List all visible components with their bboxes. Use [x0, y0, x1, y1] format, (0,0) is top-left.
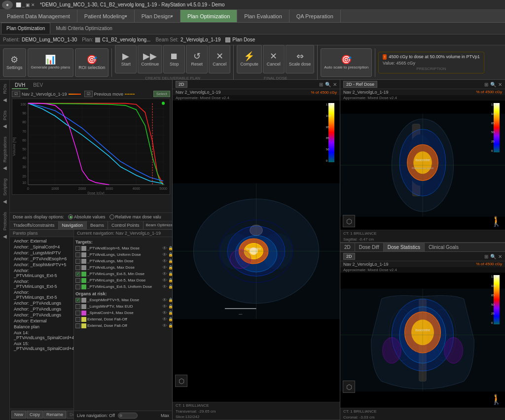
tab-control-points[interactable]: Control Points: [108, 221, 144, 229]
rb-icon-3[interactable]: ✕: [498, 254, 502, 259]
view-icon-1[interactable]: ⊞: [319, 82, 323, 87]
list-item[interactable]: Balance plan: [10, 324, 73, 330]
right-view-icon-3[interactable]: ✕: [498, 82, 502, 87]
tab-qa-preparation[interactable]: QA Preparation: [289, 10, 341, 22]
right-view-icon-2[interactable]: 🔍: [490, 82, 496, 87]
sec-tab-plan-optimization[interactable]: Plan Optimization: [1, 23, 50, 34]
tab-plan-optimization[interactable]: Plan Optimization: [180, 10, 237, 22]
live-nav-toggle[interactable]: [118, 413, 138, 419]
copy-button[interactable]: Copy: [27, 411, 43, 419]
view-icon-3[interactable]: ✕: [333, 82, 337, 87]
pois-sidebar-label[interactable]: POIs: [1, 108, 8, 122]
target-eye-1[interactable]: 👁: [162, 252, 167, 257]
list-item[interactable]: Anchor: _PTVMinLungs_Ext-5: [10, 279, 73, 289]
list-item[interactable]: Anchor: _LungsMinPTV: [10, 250, 73, 256]
dvh-tab-bev[interactable]: BEV: [30, 82, 46, 89]
cancel-button[interactable]: ✕ Cancel: [209, 45, 230, 73]
list-item[interactable]: Anchor: _PTVAndEsoph+6: [10, 256, 73, 262]
rb-icon-2[interactable]: 🔍: [490, 254, 496, 259]
tab-navigation[interactable]: Navigation: [59, 221, 87, 229]
window-controls[interactable]: ⬜_▣✕: [16, 2, 35, 7]
list-item[interactable]: Aux 14: _PTVAndLungs_SpinalCord+4: [10, 330, 73, 341]
list-item[interactable]: Anchor: _PTVAndLungs: [10, 306, 73, 312]
list-item[interactable]: Anchor: _PTVMinLungs_Ext-5: [10, 268, 73, 279]
generate-pareto-button[interactable]: 📊 Generate pareto plans: [28, 48, 74, 77]
list-item[interactable]: Anchor: _EsophMinPTV+5: [10, 262, 73, 268]
view-tab-dose-stats[interactable]: Dose Statistics: [384, 243, 425, 251]
oar-check-0[interactable]: ✓: [75, 298, 80, 303]
list-item[interactable]: Anchor: _PTVMinLungs_Ext-5: [10, 289, 73, 300]
relative-max-option[interactable]: Relative max dose valu: [109, 214, 161, 219]
view-tab-clinical-goals[interactable]: Clinical Goals: [425, 243, 463, 251]
oar-check-2[interactable]: [75, 311, 80, 315]
dvh-tab-dvh[interactable]: DVH: [12, 82, 28, 89]
absolute-radio[interactable]: [68, 214, 73, 219]
view-icon-2[interactable]: 🔍: [325, 82, 331, 87]
target-eye-4[interactable]: 👁: [162, 271, 167, 277]
target-eye-2[interactable]: 👁: [162, 258, 167, 264]
sidebar-arrow-registrations[interactable]: ◀: [3, 165, 7, 171]
oar-eye-3[interactable]: 👁: [162, 316, 167, 322]
tab-plan-evaluation[interactable]: Plan Evaluation: [237, 10, 289, 22]
oar-eye-0[interactable]: 👁: [162, 297, 167, 303]
sidebar-arrow-pois[interactable]: ◀: [3, 123, 7, 129]
list-item[interactable]: Aux 15: _PTVAndLungs_SpinalCord+4: [10, 341, 73, 351]
tab-beams[interactable]: Beams: [87, 221, 108, 229]
delete-button[interactable]: Delete: [67, 411, 74, 419]
stop-button[interactable]: ⏹ Stop: [163, 45, 185, 73]
select-button[interactable]: Select: [153, 91, 170, 97]
protocols-sidebar-label[interactable]: Protocols: [1, 210, 8, 233]
tab-patient-data[interactable]: Patient Data Management: [0, 10, 77, 22]
tab-tradeoffs[interactable]: Tradeoffs/constraints: [10, 221, 59, 229]
oar-check-4[interactable]: [75, 323, 80, 328]
target-check-5[interactable]: [75, 278, 80, 283]
new-button[interactable]: New: [11, 411, 26, 419]
roi-checkbox[interactable]: ☑: [12, 91, 20, 97]
target-eye-3[interactable]: 👁: [162, 265, 167, 270]
ct-scan-area[interactable]: Isocentre — 110 105 95 85 50 0 ⬡: [173, 101, 340, 402]
sidebar-arrow-scripting[interactable]: ◀: [3, 199, 7, 204]
right-view-icon-1[interactable]: ⊞: [484, 82, 488, 87]
oar-eye-1[interactable]: 👁: [162, 304, 167, 309]
sec-tab-multi-criteria[interactable]: Multi Criteria Optimization: [50, 23, 117, 34]
target-check-0[interactable]: [75, 246, 80, 251]
list-item[interactable]: Anchor: _PTVAndLungs: [10, 312, 73, 318]
settings-button[interactable]: ⚙ Settings: [3, 48, 26, 77]
scripting-sidebar-label[interactable]: Scripting: [1, 176, 8, 198]
list-item[interactable]: Anchor: _PTVAndLungs: [10, 300, 73, 306]
start-button[interactable]: ▶ Start: [115, 45, 137, 73]
cancel2-button[interactable]: ✕ Cancel: [263, 45, 285, 73]
target-check-6[interactable]: [75, 284, 80, 289]
tab-beam-opt-settings[interactable]: Beam Optimization Settings: [144, 221, 172, 229]
target-check-2[interactable]: [75, 259, 80, 264]
sidebar-arrow-rois[interactable]: ◀: [3, 97, 7, 103]
oar-check-3[interactable]: [75, 317, 80, 322]
oar-check-1[interactable]: [75, 304, 80, 309]
reset-button[interactable]: ↺ Reset: [186, 45, 208, 73]
relative-radio[interactable]: [109, 214, 114, 219]
continue-button[interactable]: ▶▶ Continue: [138, 45, 162, 73]
roi-selection-button[interactable]: 🎯 ROI selection: [75, 48, 108, 77]
coronal-view[interactable]: Isocentre 1101008550250: [340, 273, 505, 408]
list-item[interactable]: Anchor: External: [10, 238, 73, 244]
list-item[interactable]: Anchor: External: [10, 318, 73, 324]
rois-sidebar-label[interactable]: ROIs: [1, 82, 8, 96]
target-check-4[interactable]: ✓: [75, 272, 80, 277]
auto-scale-button[interactable]: 🎯 Auto scale to prescription: [321, 48, 372, 77]
scale-dose-button[interactable]: ⇔ Scale dose: [286, 45, 315, 73]
compute-button[interactable]: ⚡ Compute: [237, 45, 262, 73]
view-tab-2d[interactable]: 2D: [340, 243, 355, 251]
previous-move-checkbox[interactable]: ☑: [84, 91, 93, 97]
target-check-1[interactable]: [75, 252, 80, 257]
registrations-sidebar-label[interactable]: Registrations: [1, 135, 8, 165]
oar-eye-2[interactable]: 👁: [162, 310, 167, 315]
sidebar-arrow-protocols[interactable]: ◀: [3, 234, 7, 239]
target-eye-6[interactable]: 👁: [162, 284, 167, 289]
target-eye-5[interactable]: 👁: [162, 278, 167, 283]
oar-eye-4[interactable]: 👁: [162, 323, 167, 328]
absolute-values-option[interactable]: Absolute values: [68, 214, 106, 219]
target-check-3[interactable]: [75, 265, 80, 270]
view-tab-dose-diff[interactable]: Dose Diff: [355, 243, 384, 251]
rb-icon-1[interactable]: ⊞: [484, 254, 488, 259]
orientation-cube-rb[interactable]: ⬡: [343, 381, 355, 393]
